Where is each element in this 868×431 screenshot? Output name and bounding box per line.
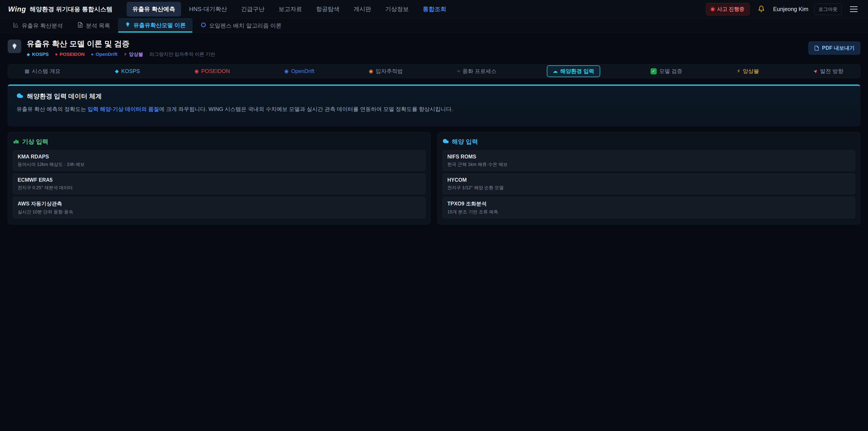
bolt-icon: ⚡ — [737, 69, 740, 74]
pen-nib-icon — [8, 39, 21, 53]
dataset-desc: 실시간 10분 단위 풍향·풍속 — [18, 209, 421, 215]
nav-item-emergency-rescue[interactable]: 긴급구난 — [235, 2, 270, 17]
incident-badge-label: 사고 진행중 — [717, 6, 744, 13]
nav-item-integrated-search[interactable]: 통합조회 — [417, 2, 452, 17]
notifications-button[interactable] — [755, 3, 767, 15]
list-item: NIFS ROMS 한국 근해 1km 해류·수온 예보 — [442, 150, 855, 171]
dot-icon: ● — [91, 52, 94, 57]
card-title-row: 기상 입력 — [13, 137, 426, 146]
nav-item-reports[interactable]: 보고자료 — [273, 2, 308, 17]
tab-spill-analysis[interactable]: 유출유 확산분석 — [7, 19, 69, 33]
badge-kosps: ◆ KOSPS — [27, 52, 49, 57]
card-title: 기상 입력 — [22, 137, 49, 146]
top-navigation: Wing 해양환경 위기대응 통합시스템 유출유 확산예측 HNS·대기확산 긴… — [0, 0, 868, 19]
badge-poseidon: ● POSEIDON — [55, 52, 85, 57]
list-item: AWS 자동기상관측 실시간 10분 단위 풍향·풍속 — [13, 197, 426, 218]
cloud-icon: ☁ — [553, 69, 558, 74]
diamond-icon: ◆ — [27, 52, 30, 57]
grid-icon: ▦ — [25, 69, 29, 74]
bolt-icon: ⚡ — [124, 52, 127, 57]
dataset-desc: 15개 분조 기반 조류 예측 — [447, 209, 850, 215]
dataset-name: NIFS ROMS — [447, 154, 850, 160]
ocean-input-card: 해양 입력 NIFS ROMS 한국 근해 1km 해류·수온 예보 HYCOM… — [437, 132, 860, 224]
tab-spill-model-theory[interactable]: 유출유확산모델 이론 — [118, 19, 192, 33]
app-logo: Wing — [8, 5, 26, 13]
main-nav: 유출유 확산예측 HNS·대기확산 긴급구난 보고자료 항공탐색 게시판 기상정… — [127, 2, 452, 17]
dot-icon: ● — [55, 52, 57, 57]
nav-item-oil-spill-prediction[interactable]: 유출유 확산예측 — [127, 2, 181, 17]
app-title: 해양환경 위기대응 통합시스템 — [30, 5, 112, 13]
dataset-name: HYCOM — [447, 177, 850, 183]
page-subtitle: 라그랑지안 입자추적 이론 기반 — [149, 51, 215, 57]
user-name: Eunjeong Kim — [773, 6, 808, 12]
pen-nib-icon — [125, 22, 131, 29]
bar-chart-icon — [13, 138, 19, 146]
waves-icon: ≈ — [457, 69, 460, 74]
app-brand[interactable]: Wing 해양환경 위기대응 통합시스템 — [8, 5, 113, 13]
document-icon — [77, 22, 83, 29]
panel-title: 해양환경 입력 데이터 체계 — [27, 92, 102, 100]
list-item: ECMWF ERA5 전지구 0.25° 재분석 데이터 — [13, 174, 426, 194]
badge-opendrift: ● OpenDrift — [91, 52, 118, 57]
target-icon: ◉ — [284, 69, 289, 74]
dataset-desc: 전지구 0.25° 재분석 데이터 — [18, 185, 421, 191]
tab-oil-fence-algorithm-theory[interactable]: 오일펜스 배치 알고리즘 이론 — [194, 19, 288, 33]
list-item: TPXO9 조화분석 15개 분조 기반 조류 예측 — [442, 197, 855, 218]
tab-label: 분석 목록 — [86, 22, 110, 29]
dataset-desc: 한국 근해 1km 해류·수온 예보 — [447, 161, 850, 167]
diamond-icon: ◆ — [115, 69, 119, 74]
card-title-row: 해양 입력 — [442, 137, 855, 146]
pdf-export-label: PDF 내보내기 — [822, 44, 855, 52]
nav-item-aerial-search[interactable]: 항공탐색 — [310, 2, 345, 17]
section-nav-ensemble[interactable]: ⚡ 앙상블 — [733, 66, 763, 76]
tab-analysis-list[interactable]: 분석 목록 — [71, 19, 116, 33]
section-nav-model-validation[interactable]: ✓ 모델 검증 — [647, 66, 686, 76]
cloud-icon — [17, 92, 23, 100]
panel-title-row: 해양환경 입력 데이터 체계 — [17, 92, 851, 100]
incident-status-badge[interactable]: 사고 진행중 — [706, 3, 749, 16]
nav-item-hns-atmospheric[interactable]: HNS·대기확산 — [183, 2, 233, 17]
card-title: 해양 입력 — [452, 137, 478, 146]
tab-label: 유출유확산모델 이론 — [133, 22, 186, 29]
badge-ensemble: ⚡ 앙상블 — [124, 51, 143, 57]
section-nav-opendrift[interactable]: ◉ OpenDrift — [280, 66, 318, 76]
dataset-name: KMA RDAPS — [18, 154, 421, 160]
section-nav-particle-tracking[interactable]: ◉ 입자추적법 — [365, 66, 407, 76]
dataset-name: ECMWF ERA5 — [18, 177, 421, 183]
pdf-export-button[interactable]: PDF 내보내기 — [808, 41, 860, 55]
section-nav-poseidon[interactable]: ◉ POSEIDON — [190, 66, 234, 76]
rocket-icon: ➤ — [812, 68, 819, 75]
topnav-right-cluster: 사고 진행중 Eunjeong Kim 로그아웃 — [706, 3, 860, 16]
bell-icon — [758, 5, 765, 13]
section-nav-marine-environment-input[interactable]: ☁ 해양환경 입력 — [547, 65, 600, 77]
highlighted-text: 입력 해양·기상 데이터의 품질 — [88, 106, 159, 112]
page-title: 유출유 확산 모델 이론 및 검증 — [27, 39, 215, 48]
nav-item-board[interactable]: 게시판 — [348, 2, 377, 17]
scatter-chart-icon — [13, 22, 19, 29]
section-nav-weathering-process[interactable]: ≈ 풍화 프로세스 — [453, 66, 501, 76]
section-nav-future-direction[interactable]: ➤ 발전 방향 — [809, 66, 847, 76]
list-item: HYCOM 전지구 1/12° 해양 순환 모델 — [442, 174, 855, 194]
section-nav: ▦ 시스템 개요 ◆ KOSPS ◉ POSEIDON ◉ OpenDrift … — [8, 64, 860, 78]
tab-label: 유출유 확산분석 — [22, 22, 63, 29]
marine-input-info-panel: 해양환경 입력 데이터 체계 유출유 확산 예측의 정확도는 입력 해양·기상 … — [8, 85, 860, 126]
logout-button[interactable]: 로그아웃 — [814, 4, 842, 15]
page-titles: 유출유 확산 모델 이론 및 검증 ◆ KOSPS ● POSEIDON ● O… — [27, 39, 215, 57]
target-icon: ◉ — [194, 69, 199, 74]
dataset-desc: 동아시아 12km 해상도 · 24h 예보 — [18, 161, 421, 167]
nav-item-weather-info[interactable]: 기상정보 — [379, 2, 414, 17]
input-data-cards: 기상 입력 KMA RDAPS 동아시아 12km 해상도 · 24h 예보 E… — [8, 132, 860, 224]
main-content: 유출유 확산 모델 이론 및 검증 ◆ KOSPS ● POSEIDON ● O… — [0, 39, 868, 224]
hamburger-menu-icon[interactable] — [848, 3, 860, 15]
panel-body: 유출유 확산 예측의 정확도는 입력 해양·기상 데이터의 품질에 크게 좌우됩… — [17, 105, 851, 113]
section-nav-system-overview[interactable]: ▦ 시스템 개요 — [21, 66, 64, 76]
swirl-icon: ◉ — [369, 69, 373, 74]
weather-input-card: 기상 입력 KMA RDAPS 동아시아 12km 해상도 · 24h 예보 E… — [8, 132, 431, 224]
dataset-name: AWS 자동기상관측 — [18, 200, 421, 207]
sub-tab-bar: 유출유 확산분석 분석 목록 유출유확산모델 이론 오일펜스 배치 알고리즘 이… — [0, 19, 868, 33]
ring-icon — [200, 22, 206, 29]
model-badge-row: ◆ KOSPS ● POSEIDON ● OpenDrift ⚡ 앙상블 라그랑… — [27, 51, 215, 57]
section-nav-kosps[interactable]: ◆ KOSPS — [111, 66, 144, 76]
dataset-name: TPXO9 조화분석 — [447, 200, 850, 207]
cloud-icon — [442, 138, 449, 146]
